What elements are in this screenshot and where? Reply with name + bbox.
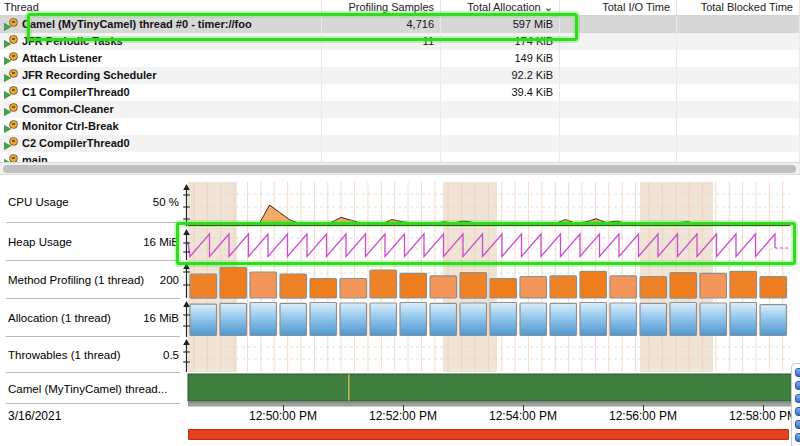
table-row[interactable]: JFR Periodic Tasks11174 KiB — [0, 33, 800, 50]
time-axis-tick — [643, 405, 644, 411]
thread-name: Monitor Ctrl-Break — [22, 118, 119, 135]
table-row[interactable]: main — [0, 152, 800, 162]
chart-option-button[interactable] — [795, 381, 800, 390]
method-profiling-bar[interactable] — [550, 276, 577, 298]
lane-label-method-profiling-1-thread-[interactable]: Method Profiling (1 thread)200 — [0, 261, 188, 299]
table-horizontal-scrollbar[interactable] — [0, 162, 800, 175]
thread-icon — [4, 120, 19, 133]
lane-axis-value: 50 % — [153, 196, 179, 208]
cell-total-blocked-time — [677, 101, 800, 118]
time-axis-label: 12:52:00 PM — [369, 409, 437, 423]
thread-name: Camel (MyTinyCamel) thread #0 - timer://… — [22, 16, 252, 33]
allocation-bar[interactable] — [400, 303, 427, 336]
method-profiling-bar[interactable] — [520, 277, 547, 298]
method-profiling-bar[interactable] — [460, 273, 487, 298]
method-profiling-bar[interactable] — [430, 276, 457, 298]
lane-label-cpu-usage[interactable]: CPU Usage50 % — [0, 181, 188, 223]
allocation-bar[interactable] — [460, 303, 487, 336]
timeline-label-column: CPU Usage50 %Heap Usage16 MiBMethod Prof… — [0, 181, 188, 446]
column-header-thread[interactable]: Thread — [0, 0, 322, 15]
method-profiling-bar[interactable] — [490, 279, 517, 299]
method-profiling-bar[interactable] — [250, 272, 277, 298]
allocation-bar[interactable] — [370, 303, 397, 336]
running-arrow-icon — [4, 91, 11, 99]
allocation-bar[interactable] — [280, 303, 307, 335]
cell-total-allocation: 92.2 KiB — [441, 67, 560, 84]
thread-icon — [4, 137, 19, 150]
cell-profiling-samples — [322, 50, 441, 67]
table-row[interactable]: JFR Recording Scheduler92.2 KiB — [0, 67, 800, 84]
method-profiling-bar[interactable] — [190, 274, 217, 298]
lane-label-allocation-1-thread-[interactable]: Allocation (1 thread)16 MiB — [0, 299, 188, 337]
table-row[interactable]: Common-Cleaner — [0, 101, 800, 118]
scrollbar-thumb[interactable] — [3, 165, 796, 173]
running-arrow-icon — [4, 23, 11, 31]
allocation-bar[interactable] — [340, 303, 367, 336]
cell-profiling-samples: 4,716 — [322, 16, 441, 33]
column-header-profiling-samples[interactable]: Profiling Samples — [322, 0, 441, 15]
allocation-bar[interactable] — [670, 303, 697, 336]
allocation-bar[interactable] — [580, 303, 607, 336]
chart-option-button[interactable] — [795, 420, 800, 429]
method-profiling-bar[interactable] — [640, 277, 667, 298]
chart-option-button[interactable] — [795, 433, 800, 442]
column-header-total-i-o-time[interactable]: Total I/O Time — [560, 0, 677, 15]
thread-activity-lane[interactable] — [188, 374, 792, 401]
allocation-bar[interactable] — [430, 303, 457, 335]
timeline-range-selector[interactable] — [188, 429, 789, 440]
timeline-charts[interactable] — [180, 181, 793, 446]
table-row[interactable]: Attach Listener149 KiB — [0, 50, 800, 67]
method-profiling-bar[interactable] — [730, 271, 757, 298]
lane-axis-value: 16 MiB — [143, 312, 179, 324]
allocation-bar[interactable] — [760, 305, 787, 336]
cell-total-blocked-time — [677, 135, 800, 152]
method-profiling-bar[interactable] — [310, 279, 337, 299]
allocation-bar[interactable] — [220, 303, 247, 335]
method-profiling-bar[interactable] — [670, 273, 697, 298]
method-profiling-bar[interactable] — [280, 274, 307, 298]
allocation-bar[interactable] — [550, 303, 577, 335]
lane-label-heap-usage[interactable]: Heap Usage16 MiB — [0, 223, 188, 261]
allocation-bar[interactable] — [190, 304, 217, 335]
thread-name: Attach Listener — [22, 50, 102, 67]
chart-option-button[interactable] — [795, 394, 800, 403]
method-profiling-bar[interactable] — [370, 270, 397, 298]
allocation-bar[interactable] — [610, 303, 637, 336]
thread-table-body: Camel (MyTinyCamel) thread #0 - timer://… — [0, 16, 800, 162]
column-header-total-allocation[interactable]: Total Allocation ⌄ — [441, 0, 560, 15]
table-row[interactable]: Monitor Ctrl-Break — [0, 118, 800, 135]
thread-name: Common-Cleaner — [22, 101, 114, 118]
allocation-bar[interactable] — [700, 303, 727, 336]
method-profiling-bar[interactable] — [400, 273, 427, 298]
cell-profiling-samples — [322, 67, 441, 84]
allocation-bar[interactable] — [640, 303, 667, 335]
method-profiling-bar[interactable] — [580, 271, 607, 298]
allocation-bar[interactable] — [250, 303, 277, 336]
allocation-bar[interactable] — [310, 303, 337, 336]
thread-name: C1 CompilerThread0 — [22, 84, 130, 101]
cell-profiling-samples — [322, 118, 441, 135]
lane-label-throwables-1-thread-[interactable]: Throwables (1 thread)0.5 — [0, 337, 188, 373]
running-arrow-icon — [4, 125, 11, 133]
cell-total-allocation — [441, 152, 560, 162]
timeline-panel: CPU Usage50 %Heap Usage16 MiBMethod Prof… — [0, 181, 800, 446]
table-row[interactable]: Camel (MyTinyCamel) thread #0 - timer://… — [0, 16, 800, 33]
thread-icon — [4, 154, 19, 162]
method-profiling-bar[interactable] — [700, 273, 727, 298]
column-header-total-blocked-time[interactable]: Total Blocked Time — [677, 0, 800, 15]
method-profiling-bar[interactable] — [340, 279, 367, 299]
table-row[interactable]: C2 CompilerThread0 — [0, 135, 800, 152]
allocation-bar[interactable] — [520, 303, 547, 336]
chart-option-button[interactable] — [795, 368, 800, 377]
allocation-bar[interactable] — [730, 303, 757, 336]
method-profiling-bar[interactable] — [220, 268, 247, 299]
method-profiling-bar[interactable] — [610, 276, 637, 298]
cell-total-io-time — [560, 84, 677, 101]
cell-profiling-samples — [322, 135, 441, 152]
allocation-bar[interactable] — [490, 303, 517, 336]
method-profiling-bar[interactable] — [760, 277, 787, 298]
table-row[interactable]: C1 CompilerThread039.4 KiB — [0, 84, 800, 101]
cell-total-allocation: 39.4 KiB — [441, 84, 560, 101]
lane-label-camel-mytinycamel-thread-[interactable]: Camel (MyTinyCamel) thread... — [0, 373, 188, 404]
chart-option-button[interactable] — [795, 407, 800, 416]
